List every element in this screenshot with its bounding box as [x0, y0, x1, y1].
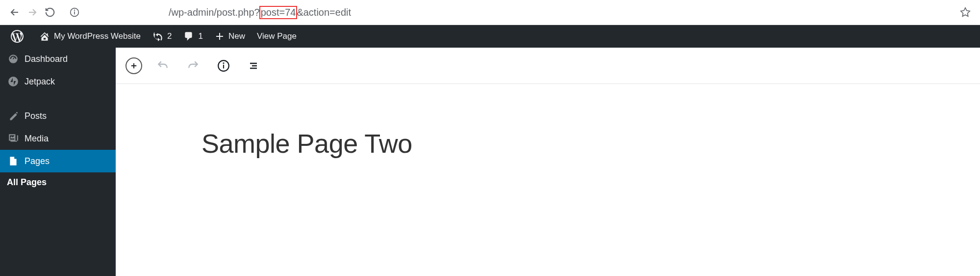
- sidebar-subitem-all-pages[interactable]: All Pages: [0, 172, 116, 193]
- editor-area: Sample Page Two: [116, 48, 980, 276]
- url-prefix: /wp-admin/post.php?: [169, 7, 260, 18]
- sidebar-item-media[interactable]: Media: [0, 127, 116, 150]
- sidebar-item-dashboard[interactable]: Dashboard: [0, 48, 116, 70]
- reload-button[interactable]: [41, 3, 59, 21]
- comments-icon: [183, 31, 194, 42]
- updates-count: 2: [167, 31, 172, 41]
- site-name[interactable]: My WordPress Website: [33, 25, 147, 48]
- sidebar-item-jetpack[interactable]: Jetpack: [0, 70, 116, 93]
- forward-button[interactable]: [24, 3, 41, 21]
- media-icon: [7, 132, 20, 145]
- comments[interactable]: 1: [177, 25, 208, 48]
- jetpack-icon: [7, 75, 20, 88]
- wordpress-icon: [11, 30, 24, 43]
- bookmark-button[interactable]: [956, 3, 974, 21]
- browser-toolbar: /wp-admin/post.php?post=74&action=edit: [0, 0, 980, 25]
- add-block-button[interactable]: [126, 57, 142, 74]
- home-icon: [39, 31, 50, 42]
- editor-toolbar: [116, 48, 980, 84]
- wp-admin-bar: My WordPress Website 2 1 New View Page: [0, 25, 980, 48]
- new-label: New: [228, 31, 245, 41]
- url-highlight: post=74: [259, 6, 298, 19]
- sidebar-item-posts[interactable]: Posts: [0, 105, 116, 127]
- svg-point-4: [8, 77, 18, 86]
- svg-point-7: [223, 63, 224, 63]
- dashboard-icon: [7, 53, 20, 65]
- posts-icon: [7, 110, 20, 122]
- site-info-icon[interactable]: [69, 6, 80, 18]
- back-button[interactable]: [6, 3, 24, 21]
- block-navigation-button[interactable]: [244, 56, 264, 76]
- updates-icon: [152, 31, 163, 42]
- wp-logo[interactable]: [5, 25, 33, 48]
- view-page-label: View Page: [257, 31, 297, 41]
- sidebar-item-label: Media: [25, 134, 49, 144]
- address-bar[interactable]: /wp-admin/post.php?post=74&action=edit: [69, 6, 956, 19]
- content-info-button[interactable]: [214, 56, 233, 76]
- undo-button[interactable]: [153, 56, 173, 76]
- sidebar-item-label: Dashboard: [25, 54, 68, 64]
- pages-icon: [7, 155, 20, 167]
- sidebar-item-pages[interactable]: Pages: [0, 150, 116, 172]
- sidebar-subitem-label: All Pages: [7, 177, 47, 187]
- site-title-label: My WordPress Website: [54, 31, 141, 41]
- svg-marker-3: [961, 8, 970, 16]
- svg-point-2: [75, 10, 75, 10]
- url-suffix: &action=edit: [297, 7, 351, 18]
- comments-count: 1: [198, 31, 202, 41]
- new-content[interactable]: New: [209, 25, 251, 48]
- sidebar-item-label: Jetpack: [25, 77, 55, 87]
- page-title[interactable]: Sample Page Two: [201, 128, 980, 159]
- plus-icon: [215, 31, 225, 41]
- view-page[interactable]: View Page: [251, 25, 302, 48]
- sidebar-item-label: Pages: [25, 156, 50, 166]
- redo-button[interactable]: [183, 56, 203, 76]
- admin-sidebar: Dashboard Jetpack Posts Media Pages: [0, 48, 116, 276]
- sidebar-item-label: Posts: [25, 111, 47, 121]
- updates[interactable]: 2: [147, 25, 177, 48]
